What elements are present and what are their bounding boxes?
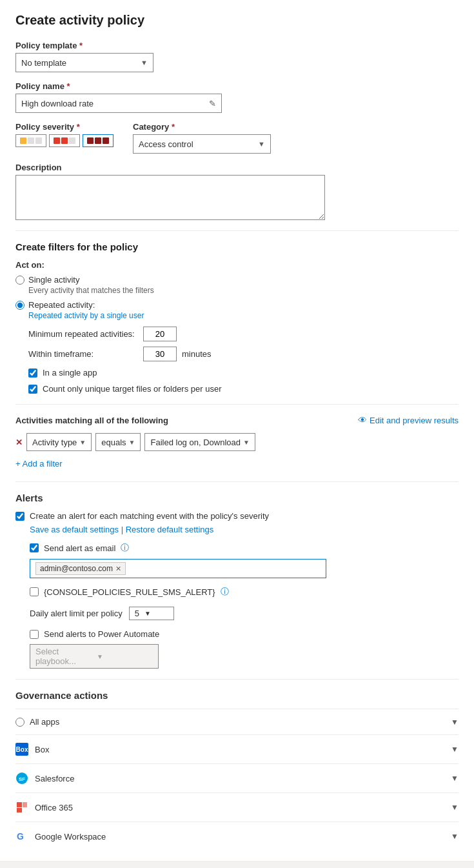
edit-preview-label: Edit and preview results xyxy=(370,416,459,425)
repeated-activity-row: Repeated activity: xyxy=(15,300,459,310)
filter-remove-icon[interactable]: ✕ xyxy=(15,438,23,447)
operator-dropdown[interactable]: equals ▼ xyxy=(95,433,141,451)
min-repeated-input[interactable] xyxy=(143,327,177,341)
page-title: Create activity policy xyxy=(15,13,459,28)
within-timeframe-row: Within timeframe: minutes xyxy=(28,347,459,361)
activity-type-dropdown[interactable]: Activity type ▼ xyxy=(26,433,92,451)
daily-limit-dropdown[interactable]: 5 ▼ xyxy=(129,607,174,620)
single-app-row: In a single app xyxy=(28,368,459,378)
operator-label: equals xyxy=(101,438,126,447)
single-activity-label: Single activity xyxy=(28,275,79,285)
description-section: Description xyxy=(15,163,459,220)
power-automate-checkbox[interactable] xyxy=(30,630,39,639)
sms-row: {CONSOLE_POLICIES_RULE_SMS_ALERT} ⓘ xyxy=(30,586,459,598)
governance-all-apps-item[interactable]: All apps ▼ xyxy=(15,709,459,734)
description-label: Description xyxy=(15,163,459,172)
sev-dot-3 xyxy=(35,137,42,144)
severity-category-row: Policy severity * xyxy=(15,122,459,154)
restore-default-link[interactable]: Restore default settings xyxy=(126,525,214,534)
sms-checkbox[interactable] xyxy=(30,587,39,596)
box-label: Box xyxy=(35,745,49,754)
all-apps-radio[interactable] xyxy=(15,718,25,727)
divider-2 xyxy=(15,404,459,405)
within-timeframe-input[interactable] xyxy=(143,347,177,361)
email-remove-icon[interactable]: ✕ xyxy=(115,565,121,573)
playbook-chevron-icon: ▼ xyxy=(97,653,153,660)
severity-options xyxy=(15,134,114,147)
single-app-label: In a single app xyxy=(43,368,97,378)
sev-dot-5 xyxy=(61,137,68,144)
single-app-checkbox[interactable] xyxy=(28,368,37,378)
activities-matching-header: Activities matching all of the following… xyxy=(15,415,459,425)
svg-rect-3 xyxy=(17,808,22,812)
svg-text:SF: SF xyxy=(19,776,25,782)
severity-label: Policy severity * xyxy=(15,122,114,132)
svg-rect-2 xyxy=(17,802,22,807)
min-repeated-label: Minimum repeated activities: xyxy=(28,329,138,339)
severity-high-btn[interactable] xyxy=(83,134,114,147)
policy-template-value: No template xyxy=(21,58,141,68)
office365-item-left: Office 365 xyxy=(15,801,73,814)
send-email-checkbox[interactable] xyxy=(30,543,39,552)
repeated-activity-label: Repeated activity: xyxy=(28,300,95,310)
sev-dot-9 xyxy=(103,137,109,144)
single-activity-radio[interactable] xyxy=(15,276,25,285)
governance-office365-item[interactable]: Office 365 ▼ xyxy=(15,792,459,822)
google-item-left: G Google Workspace xyxy=(15,830,106,843)
save-default-link[interactable]: Save as default settings xyxy=(30,525,119,534)
alerts-title: Alerts xyxy=(15,492,459,503)
governance-salesforce-item[interactable]: SF Salesforce ▼ xyxy=(15,763,459,792)
within-timeframe-label: Within timeframe: xyxy=(28,349,138,359)
count-unique-label: Count only unique target files or folder… xyxy=(43,384,222,394)
playbook-placeholder: Select playbook... xyxy=(35,647,92,666)
category-dropdown[interactable]: Access control ▼ xyxy=(133,134,271,154)
salesforce-label: Salesforce xyxy=(35,774,74,783)
daily-limit-value: 5 xyxy=(135,609,139,618)
send-email-info-icon: ⓘ xyxy=(121,542,129,554)
office365-icon xyxy=(15,801,28,814)
filter-value-dropdown[interactable]: Failed log on, Download ▼ xyxy=(144,433,255,451)
count-unique-checkbox[interactable] xyxy=(28,385,37,394)
description-textarea[interactable] xyxy=(15,175,325,220)
edit-preview-btn[interactable]: 👁 Edit and preview results xyxy=(358,415,459,425)
divider-1 xyxy=(15,230,459,231)
power-automate-row: Send alerts to Power Automate xyxy=(30,629,459,639)
office365-label: Office 365 xyxy=(35,803,73,812)
svg-rect-4 xyxy=(23,802,27,807)
all-apps-chevron-icon: ▼ xyxy=(451,718,459,727)
operator-chevron-icon: ▼ xyxy=(129,439,135,446)
main-alert-checkbox[interactable] xyxy=(15,512,25,521)
filters-section-title: Create filters for the policy xyxy=(15,241,459,252)
chevron-down-icon: ▼ xyxy=(141,59,148,66)
governance-google-item[interactable]: G Google Workspace ▼ xyxy=(15,822,459,851)
governance-box-item[interactable]: Box Box ▼ xyxy=(15,734,459,763)
policy-name-input-wrapper[interactable]: ✎ xyxy=(15,94,222,113)
policy-template-dropdown[interactable]: No template ▼ xyxy=(15,53,153,72)
send-email-row: Send alert as email ⓘ xyxy=(30,542,459,554)
add-filter-button[interactable]: + Add a filter xyxy=(15,456,63,471)
severity-medium-btn[interactable] xyxy=(49,134,80,147)
repeated-activity-radio[interactable] xyxy=(15,301,25,310)
email-input-box[interactable]: admin@contoso.com ✕ xyxy=(30,559,326,578)
email-value: admin@contoso.com xyxy=(40,564,113,573)
eye-icon: 👁 xyxy=(358,415,367,425)
policy-template-label: Policy template * xyxy=(15,41,459,50)
sms-label: {CONSOLE_POLICIES_RULE_SMS_ALERT} xyxy=(44,587,215,597)
policy-name-field[interactable] xyxy=(21,99,209,108)
severity-low-btn[interactable] xyxy=(15,134,46,147)
policy-name-label: Policy name * xyxy=(15,81,459,91)
policy-template-section: Policy template * No template ▼ xyxy=(15,41,459,72)
sev-dot-2 xyxy=(28,137,34,144)
sms-info-icon: ⓘ xyxy=(221,586,229,598)
box-icon: Box xyxy=(15,743,28,756)
send-email-label: Send alert as email xyxy=(44,543,115,553)
sev-dot-7 xyxy=(87,137,94,144)
alerts-section: Alerts Create an alert for each matching… xyxy=(15,492,459,669)
box-chevron-icon: ▼ xyxy=(451,745,459,754)
severity-section: Policy severity * xyxy=(15,122,114,147)
playbook-select-dropdown[interactable]: Select playbook... ▼ xyxy=(30,644,159,669)
box-item-left: Box Box xyxy=(15,743,49,756)
sev-dot-1 xyxy=(20,137,26,144)
activities-matching-title: Activities matching all of the following xyxy=(15,416,168,425)
category-label: Category * xyxy=(133,122,271,132)
